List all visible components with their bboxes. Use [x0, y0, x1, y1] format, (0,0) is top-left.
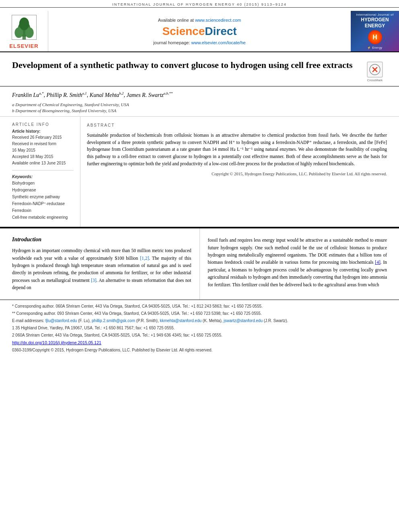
received-revised: Received in revised form	[12, 141, 74, 147]
abstract-area: ABSTRACT Sustainable production of bioch…	[80, 117, 399, 227]
available-online-date: Available online 13 June 2015	[12, 160, 74, 166]
author-phillip: Phillip R. Smith	[47, 92, 82, 98]
revised-date: 16 May 2015	[12, 148, 74, 153]
header-center: Available online at www.sciencedirect.co…	[48, 11, 351, 51]
author-kunal: Kunal Mehta	[90, 92, 119, 98]
email-3-name: (K. Mehta),	[203, 318, 222, 323]
crossmark-label: CrossMark	[367, 78, 383, 82]
right-column-text: fossil fuels and requires less energy in…	[208, 236, 387, 288]
hydrogen-logo-area: International Journal of HYDROGENENERGY …	[351, 11, 399, 51]
keyword-hydrogenase: Hydrogenase	[12, 187, 74, 193]
introduction-section: Introduction Hydrogen is an important co…	[0, 228, 200, 299]
hydrogen-logo-title: HYDROGENENERGY	[361, 17, 389, 29]
article-info-column: ARTICLE INFO Article history: Received 2…	[0, 117, 80, 227]
journal-homepage-url[interactable]: www.elsevier.com/locate/he	[191, 40, 246, 45]
footnote-2: 2 060A Shriram Center, 443 Via Ortega, S…	[12, 332, 387, 338]
right-column-section: fossil fuels and requires less energy in…	[200, 228, 399, 299]
introduction-heading: Introduction	[12, 236, 191, 243]
introduction-text: Hydrogen is an important commodity chemi…	[12, 247, 191, 291]
journal-homepage: journal homepage: www.elsevier.com/locat…	[153, 40, 245, 45]
available-online-text: Available online at www.sciencedirect.co…	[158, 18, 241, 23]
info-abstract-wrapper: ARTICLE INFO Article history: Received 2…	[0, 117, 399, 228]
journal-banner-title: INTERNATIONAL JOURNAL OF HYDROGEN ENERGY…	[0, 2, 399, 6]
sciencedirect-url[interactable]: www.sciencedirect.com	[195, 18, 241, 23]
hydrogen-logo-circle: H	[368, 30, 382, 44]
article-title-area: Development of a synthetic pathway to co…	[0, 52, 399, 86]
footnote-corresponding-2: ** Corresponding author. 093 Shriram Cen…	[12, 310, 387, 316]
affiliation-b: b Department of Bioengineering, Stanford…	[12, 108, 387, 113]
footnotes-area: * Corresponding author. 060A Shriram Cen…	[0, 300, 399, 357]
article-info-heading: ARTICLE INFO	[12, 122, 74, 127]
email-label: E-mail addresses:	[12, 318, 44, 323]
authors-area: Franklin Lua,*, Phillip R. Smitha,1, Kun…	[0, 86, 399, 117]
email-1-name: (F. Lu),	[78, 318, 90, 323]
footnote-emails: E-mail addresses: fjlu@stanford.edu (F. …	[12, 318, 387, 324]
copyright-bottom: 0360-3199/Copyright © 2015, Hydrogen Ene…	[12, 347, 387, 353]
keywords-label: Keywords:	[12, 175, 74, 179]
ref-3[interactable]: [3]	[91, 278, 96, 283]
authors-line: Franklin Lua,*, Phillip R. Smitha,1, Kun…	[12, 90, 387, 100]
affiliation-a: a Department of Chemical Engineering, St…	[12, 102, 387, 107]
keyword-ferredoxin: Ferredoxin	[12, 207, 74, 214]
author-franklin: Franklin Lu	[12, 92, 39, 98]
abstract-text: Sustainable production of biochemicals f…	[87, 132, 387, 168]
crossmark-area: CrossMark	[363, 60, 387, 82]
hydrogen-logo-subtitle: ⚡ Energy	[367, 46, 382, 49]
keyword-cell-free: Cell-free metabolic engineering	[12, 214, 74, 220]
email-2-name: (P.R. Smith),	[136, 318, 159, 323]
article-title: Development of a synthetic pathway to co…	[12, 60, 359, 71]
keyword-biohydrogen: Biohydrogen	[12, 180, 74, 186]
footnote-1: 1 35 Highland Drive, Yardley, PA 19067, …	[12, 325, 387, 331]
email-4-link[interactable]: jswartz@stanford.edu	[224, 318, 263, 323]
keyword-ferredoxin-nadp: Ferredoxin-NADP⁺-reductase	[12, 201, 74, 207]
abstract-copyright: Copyright © 2015, Hydrogen Energy Public…	[87, 171, 387, 177]
email-4-name: (J.R. Swartz).	[264, 318, 288, 323]
crossmark-icon	[367, 62, 383, 78]
divider	[12, 170, 74, 170]
svg-point-4	[19, 18, 29, 31]
email-1-link[interactable]: fjlu@stanford.edu	[45, 318, 77, 323]
main-content: Introduction Hydrogen is an important co…	[0, 228, 399, 299]
sciencedirect-logo: ScienceDirect	[162, 25, 237, 38]
crossmark-svg	[369, 64, 381, 76]
received-1: Received 26 February 2015	[12, 135, 74, 140]
hydrogen-logo-text: International Journal of	[356, 13, 393, 17]
footnote-corresponding-1: * Corresponding author. 060A Shriram Cen…	[12, 303, 387, 309]
doi-line: http://dx.doi.org/10.1016/j.ijhydene.201…	[12, 339, 387, 346]
article-history-label: Article history:	[12, 129, 74, 134]
email-2-link[interactable]: phillip.2.smith@gsk.com	[92, 318, 135, 323]
journal-banner: INTERNATIONAL JOURNAL OF HYDROGEN ENERGY…	[0, 0, 399, 8]
abstract-heading: ABSTRACT	[87, 122, 387, 129]
keyword-synthetic-enzyme: Synthetic enzyme pathway	[12, 194, 74, 200]
accepted-date: Accepted 18 May 2015	[12, 154, 74, 160]
ref-4[interactable]: [4]	[375, 260, 380, 265]
elsevier-label: ELSEVIER	[9, 43, 38, 49]
elsevier-tree-icon	[8, 13, 40, 41]
elsevier-logo-area: ELSEVIER	[0, 11, 48, 51]
doi-link[interactable]: http://dx.doi.org/10.1016/j.ijhydene.201…	[12, 340, 101, 345]
email-3-link[interactable]: kkmehta@stanford.edu	[160, 318, 202, 323]
ref-1-2[interactable]: [1,2]	[140, 256, 149, 261]
header-area: ELSEVIER Available online at www.science…	[0, 8, 399, 52]
author-james: James R. Swartz	[127, 92, 164, 98]
